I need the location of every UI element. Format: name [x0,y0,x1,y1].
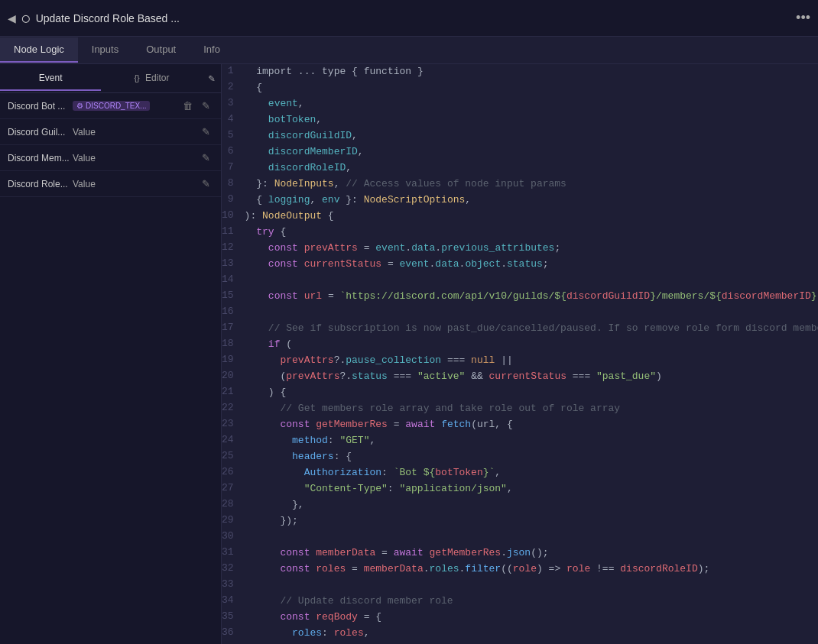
table-row: 14 [222,273,818,289]
line-number: 2 [222,80,242,96]
line-code: try { [242,225,818,241]
line-number: 33 [222,578,242,594]
line-number: 26 [222,465,242,481]
table-row: 12 const prevAttrs = event.data.previous… [222,241,818,257]
discord-member-actions: ✎ [199,150,213,165]
table-row: 32 const roles = memberData.roles.filter… [222,561,818,578]
table-row: 10 ): NodeOutput { [222,209,818,225]
table-row: 20 (prevAttrs?.status === "active" && cu… [222,369,818,385]
line-number: 28 [222,497,242,513]
sidebar: Event {} Editor ✎ Discord Bot ... ⚙ DISC… [0,64,222,644]
line-code: method: "GET", [242,433,818,449]
code-editor[interactable]: 1 import ... type { function } 2 { 3 eve… [222,64,818,644]
line-code [242,273,818,289]
line-number: 15 [222,289,242,305]
line-number: 22 [222,401,242,417]
discord-guild-actions: ✎ [199,125,213,139]
table-row: 31 const memberData = await getMemberRes… [222,545,818,561]
table-row: 33 [222,578,818,594]
top-tabs: Node Logic Inputs Output Info [0,37,818,64]
line-number: 6 [222,144,242,160]
sidebar-row-discord-role: Discord Role... Value ✎ [0,171,221,197]
line-code: { logging, env }: NodeScriptOptions, [242,193,818,209]
edit-button[interactable]: ✎ [199,99,213,113]
line-number: 17 [222,321,242,337]
line-number: 32 [222,561,242,578]
table-row: 11 try { [222,225,818,241]
table-row: 7 discordRoleID, [222,160,818,176]
line-number: 9 [222,193,242,209]
tab-info[interactable]: Info [190,37,234,63]
line-code: discordGuildID, [242,128,818,144]
table-row: 1 import ... type { function } [222,64,818,80]
line-number: 11 [222,225,242,241]
table-row: 6 discordMemberID, [222,144,818,160]
line-code: ): NodeOutput { [242,209,818,225]
code-table: 1 import ... type { function } 2 { 3 eve… [222,64,818,644]
line-code: botToken, [242,112,818,128]
line-code: const url = `https://discord.com/api/v10… [242,289,818,305]
line-number: 4 [222,112,242,128]
line-code: headers: { [242,449,818,465]
discord-member-value: Value [73,153,199,163]
sidebar-edit-button[interactable]: ✎ [203,69,221,88]
table-row: 26 Authorization: `Bot ${botToken}`, [222,465,818,481]
line-code: ) { [242,385,818,401]
line-code: const roles = memberData.roles.filter((r… [242,561,818,578]
table-row: 8 }: NodeInputs, // Access values of nod… [222,176,818,193]
line-code: const reqBody = { [242,610,818,626]
table-row: 2 { [222,80,818,96]
line-number: 25 [222,449,242,465]
edit-guild-button[interactable]: ✎ [199,125,213,139]
line-number: 1 [222,64,242,80]
table-row: 18 if ( [222,337,818,353]
table-row: 17 // See if subscription is now past_du… [222,321,818,337]
line-code: }); [242,513,818,529]
discord-bot-badge: ⚙ DISCORD_TEX... [73,101,150,111]
table-row: 28 }, [222,497,818,513]
line-number: 19 [222,353,242,369]
line-number: 12 [222,241,242,257]
tab-output[interactable]: Output [132,37,190,63]
more-button[interactable]: ••• [796,10,810,26]
line-code: event, [242,96,818,112]
line-code: if ( [242,337,818,353]
tab-inputs[interactable]: Inputs [78,37,132,63]
line-code: const memberData = await getMemberRes.js… [242,545,818,561]
line-number: 36 [222,626,242,642]
discord-role-label: Discord Role... [8,179,73,189]
line-number: 7 [222,160,242,176]
line-number: 10 [222,209,242,225]
line-code [242,529,818,545]
table-row: 24 method: "GET", [222,433,818,449]
line-number: 18 [222,337,242,353]
line-number: 24 [222,433,242,449]
table-row: 23 const getMemberRes = await fetch(url,… [222,417,818,433]
line-code: prevAttrs?.pause_collection === null || [242,353,818,369]
sidebar-tab-event[interactable]: Event [0,66,101,91]
table-row: 35 const reqBody = { [222,610,818,626]
line-code: // Get members role array and take role … [242,401,818,417]
line-code: const currentStatus = event.data.object.… [242,257,818,273]
table-row: 4 botToken, [222,112,818,128]
tab-node-logic[interactable]: Node Logic [0,37,78,63]
table-row: 21 ) { [222,385,818,401]
editor-icon: {} [134,73,139,83]
edit-role-button[interactable]: ✎ [199,176,213,191]
back-button[interactable]: ◀ [8,12,16,24]
line-number: 3 [222,96,242,112]
discord-guild-label: Discord Guil... [8,127,73,138]
line-number: 30 [222,529,242,545]
table-row: 22 // Get members role array and take ro… [222,401,818,417]
edit-member-button[interactable]: ✎ [199,150,213,165]
sidebar-tab-editor[interactable]: {} Editor [101,66,202,91]
sidebar-row-discord-guild: Discord Guil... Value ✎ [0,119,221,145]
line-number: 34 [222,594,242,610]
table-row: 15 const url = `https://discord.com/api/… [222,289,818,305]
delete-button[interactable]: 🗑 [180,99,196,113]
line-number: 31 [222,545,242,561]
line-code: "Content-Type": "application/json", [242,481,818,497]
table-row: 16 [222,305,818,321]
discord-bot-actions: 🗑 ✎ [180,99,213,113]
line-number: 29 [222,513,242,529]
